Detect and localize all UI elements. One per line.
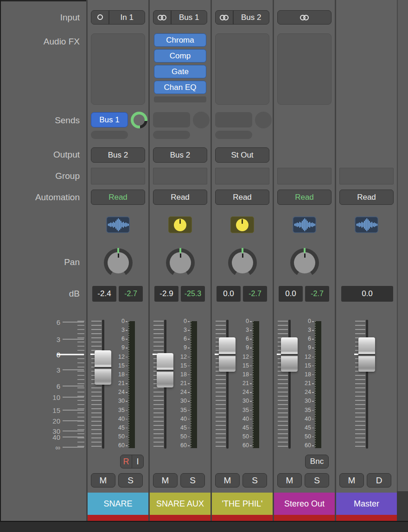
track-type-icon[interactable] [230, 216, 254, 233]
automation-mode-button[interactable]: Read [153, 190, 207, 205]
record-enable-group[interactable]: R I [120, 455, 144, 469]
track-type-icon[interactable] [168, 216, 192, 233]
group-slot[interactable] [339, 168, 394, 184]
automation-mode-button[interactable]: Read [339, 190, 394, 205]
fx-empty-slot[interactable] [154, 96, 206, 102]
meter-scale-label: 24 [164, 389, 187, 395]
meter-scale-label: 6 [288, 336, 311, 342]
channel-strips: In 1 Bus 1 Bus 2 Read [86, 0, 397, 521]
input-format-icon [216, 15, 233, 20]
fx-plugin-button[interactable]: Chroma [154, 33, 206, 47]
group-slot[interactable] [153, 168, 207, 184]
pan-center-tick [179, 248, 181, 253]
volume-db-text: -2.4 [97, 289, 111, 298]
empty-send-slot[interactable] [153, 131, 190, 139]
automation-mode-button[interactable]: Read [91, 190, 145, 205]
pan-knob[interactable] [104, 248, 133, 277]
volume-db-value[interactable]: 0.0 [217, 286, 241, 302]
db-ruler-label: 20 [52, 417, 60, 425]
peak-db-value[interactable]: -2.7 [243, 286, 267, 302]
track-type-icon[interactable] [293, 216, 316, 233]
mute-button[interactable]: M [215, 473, 240, 488]
peak-db-value[interactable]: -2.7 [305, 286, 329, 302]
solo-label: S [252, 475, 258, 486]
bounce-button[interactable]: Bnc [305, 455, 329, 469]
track-type-icon[interactable] [106, 216, 130, 233]
volume-db-value[interactable]: 0.0 [279, 286, 303, 302]
automation-mode-button[interactable]: Read [215, 190, 269, 205]
pan-knob[interactable] [166, 248, 195, 277]
mute-button[interactable]: M [91, 473, 115, 488]
record-enable-button[interactable]: R [121, 457, 132, 467]
group-slot[interactable] [277, 168, 332, 184]
meter-scale-label: 60 [288, 442, 311, 449]
input-select[interactable] [277, 10, 332, 25]
send-level-knob[interactable] [193, 112, 210, 128]
row-labels-panel: Input Audio FX Sends Output Group Automa… [0, 0, 86, 521]
fx-plugin-button[interactable]: Gate [154, 65, 206, 78]
volume-db-value[interactable]: -2.4 [92, 286, 116, 302]
empty-send-slot[interactable] [215, 131, 252, 139]
meter-scale-label: 3 [102, 327, 125, 333]
volume-fader[interactable] [358, 337, 375, 372]
db-ruler-tick [63, 447, 84, 448]
track-name[interactable]: Stereo Out [274, 493, 335, 515]
meter-scale-label: 60 [226, 442, 249, 449]
track-name[interactable]: SNARE AUX [150, 493, 210, 515]
audio-fx-panel[interactable] [91, 33, 145, 105]
group-slot[interactable] [91, 168, 145, 184]
meter-scale-label: 24 [102, 389, 125, 395]
input-select[interactable]: Bus 2 [215, 10, 269, 25]
pan-knob[interactable] [228, 248, 257, 277]
peak-db-value[interactable]: -25.3 [181, 286, 205, 302]
send-slot[interactable]: Bus 1 [91, 112, 128, 127]
track-name[interactable]: SNARE [88, 493, 148, 515]
aux-knob-icon [168, 216, 192, 233]
output-select[interactable]: St Out [215, 147, 269, 163]
solo-button[interactable]: D [367, 473, 391, 488]
mute-button[interactable]: M [277, 473, 302, 488]
volume-db-value[interactable]: -2.9 [154, 286, 178, 302]
audio-fx-panel[interactable] [277, 33, 332, 105]
send-level-knob[interactable] [255, 112, 272, 128]
empty-send-slot[interactable] [91, 131, 128, 139]
output-select[interactable]: Bus 2 [153, 147, 207, 163]
mute-label: M [348, 475, 356, 486]
volume-db-value[interactable]: 0.0 [341, 286, 393, 302]
solo-button[interactable]: S [242, 473, 267, 488]
meter-scale-label: 15 [288, 362, 311, 369]
track-type-icon[interactable] [355, 216, 378, 233]
mute-button[interactable]: M [153, 473, 178, 488]
solo-button[interactable]: S [118, 473, 143, 488]
solo-button[interactable]: S [180, 473, 205, 488]
input-format-icon [91, 13, 108, 22]
fx-plugin-button[interactable]: Comp [154, 49, 206, 63]
solo-button[interactable]: S [305, 473, 329, 488]
left-edge [0, 0, 1, 521]
input-select[interactable]: In 1 [91, 10, 145, 25]
automation-mode-button[interactable]: Read [277, 190, 332, 205]
input-monitor-button[interactable]: I [132, 457, 143, 467]
output-row-label: Output [53, 150, 80, 160]
fx-plugin-button[interactable]: Chan EQ [154, 81, 206, 94]
group-slot[interactable] [215, 168, 269, 184]
meter-scale-label: 45 [288, 424, 311, 431]
output-select[interactable]: Bus 2 [91, 147, 145, 163]
send-slot[interactable] [215, 112, 252, 127]
track-name[interactable]: Master [336, 493, 397, 515]
meter-scale-label: 21 [102, 380, 125, 386]
audio-fx-panel[interactable] [215, 33, 269, 105]
send-slot[interactable] [153, 112, 190, 127]
track-name[interactable]: 'THE PHIL' [212, 493, 273, 515]
peak-db-value[interactable]: -2.7 [119, 286, 143, 302]
mute-button[interactable]: M [339, 473, 364, 488]
pan-knob[interactable] [290, 248, 319, 277]
audio-fx-panel[interactable]: ChromaCompGateChan EQ [153, 33, 207, 105]
meter-scale-label: 18 [226, 371, 249, 378]
input-select[interactable]: Bus 1 [153, 10, 207, 25]
top-edge [0, 0, 86, 1]
meter-scale-label: 6 [164, 336, 187, 342]
meter-scale-label: 50 [288, 433, 311, 440]
send-level-knob[interactable] [131, 112, 147, 128]
meter-scale-label: 40 [102, 416, 125, 422]
